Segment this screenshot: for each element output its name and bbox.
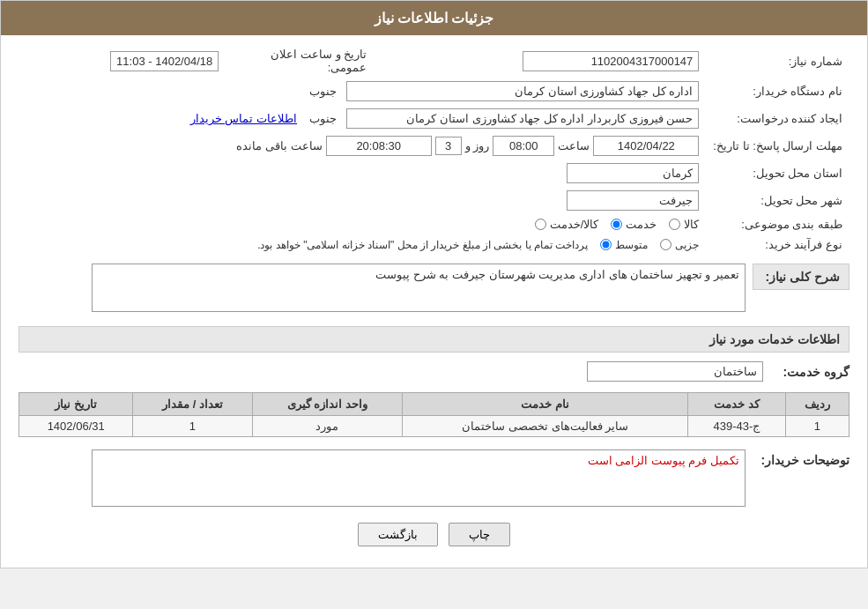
info-table: شماره نیاز: 1102004317000147 تاریخ و ساع… xyxy=(19,44,849,255)
button-row: چاپ بازگشت xyxy=(19,510,849,559)
ijadKonande-label: ایجاد کننده درخواست: xyxy=(706,105,849,132)
page-title: جزئیات اطلاعات نیاز xyxy=(375,11,494,26)
namDastgah-label: نام دستگاه خریدار: xyxy=(706,78,849,105)
tabaqe-label: طبقه بندی موضوعی: xyxy=(706,214,849,234)
shahr-value-cell: جیرفت xyxy=(19,187,706,214)
col-tedad: تعداد / مقدار xyxy=(133,393,252,416)
timeline-row: 1402/04/22 ساعت 08:00 روز و 3 20:08:30 xyxy=(26,136,699,156)
cell-tedad: 1 xyxy=(133,416,252,437)
tozihat-textarea: تکمیل فرم پیوست الزامی است xyxy=(92,449,746,507)
farayand-jozi-radio[interactable] xyxy=(660,239,671,250)
ostan-label: استان محل تحویل: xyxy=(706,160,849,187)
shahr-input: جیرفت xyxy=(567,190,699,211)
table-header-row: ردیف کد خدمت نام خدمت واحد اندازه گیری ت… xyxy=(19,393,849,416)
farayand-option-motavasset[interactable]: متوسط xyxy=(600,239,648,251)
farayand-option-jozi[interactable]: جزیی xyxy=(660,239,699,251)
col-radif: ردیف xyxy=(785,393,849,416)
table-head: ردیف کد خدمت نام خدمت واحد اندازه گیری ت… xyxy=(19,393,849,416)
farayand-proc-row: جزیی متوسط پرداخت تمام یا بخشی از مبلغ خ… xyxy=(26,239,699,251)
shahr-row: شهر محل تحویل: جیرفت xyxy=(19,187,849,214)
mohlat-label: مهلت ارسال پاسخ: تا تاریخ: xyxy=(706,132,849,160)
mohlat-value-cell: 1402/04/22 ساعت 08:00 روز و 3 20:08:30 xyxy=(19,132,706,160)
ijadKonande-input: حسن فیروزی کاربردار اداره کل جهاد کشاورز… xyxy=(346,108,699,129)
tabaqe-kala-radio[interactable] xyxy=(669,219,680,230)
shomareNiaz-input: 1102004317000147 xyxy=(523,51,699,71)
khadamat-section-title: اطلاعات خدمات مورد نیاز xyxy=(19,326,849,353)
sharh-row: شرح کلی نیاز: تعمیر و تجهیز ساختمان های … xyxy=(19,258,849,317)
page-header: جزئیات اطلاعات نیاز xyxy=(1,1,867,35)
ijadKonande-value-cell: حسن فیروزی کاربردار اداره کل جهاد کشاورز… xyxy=(19,105,706,132)
ostan-value-cell: کرمان xyxy=(19,160,706,187)
tabaqe-khedmat-label: خدمت xyxy=(626,218,657,231)
cell-kod: ج-43-439 xyxy=(688,416,785,437)
table-body: 1 ج-43-439 سایر فعالیت‌های تخصصی ساختمان… xyxy=(19,416,849,437)
tabaqe-kala-label: کالا xyxy=(684,218,699,231)
tabaqe-value-cell: کالا خدمت کالا/خدمت xyxy=(19,214,706,234)
back-button[interactable]: بازگشت xyxy=(358,523,438,546)
tozihat-container: توضیحات خریدار: تکمیل فرم پیوست الزامی ا… xyxy=(19,446,849,510)
tarikh-value-cell: 1402/04/18 - 11:03 xyxy=(19,44,226,78)
farayand-value-cell: جزیی متوسط پرداخت تمام یا بخشی از مبلغ خ… xyxy=(19,234,706,255)
tarikh-label: تاریخ و ساعت اعلان عمومی: xyxy=(226,44,384,78)
groh-row: گروه خدمت: ساختمان xyxy=(19,358,849,385)
table-row: 1 ج-43-439 سایر فعالیت‌های تخصصی ساختمان… xyxy=(19,416,849,437)
cell-vahed: مورد xyxy=(252,416,403,437)
mohlat-date-box: 1402/04/22 xyxy=(593,136,699,156)
col-vahed: واحد اندازه گیری xyxy=(252,393,403,416)
namDastgah-input: اداره کل جهاد کشاورزی استان کرمان xyxy=(346,81,699,101)
tarikh-elan-box: 1402/04/18 - 11:03 xyxy=(110,51,219,71)
tabaqe-radio-group: کالا خدمت کالا/خدمت xyxy=(26,218,699,231)
ostan-row: استان محل تحویل: کرمان xyxy=(19,160,849,187)
shahr-label: شهر محل تحویل: xyxy=(706,187,849,214)
col-name: نام خدمت xyxy=(403,393,688,416)
cell-name: سایر فعالیت‌های تخصصی ساختمان xyxy=(403,416,688,437)
farayand-motavasset-label: متوسط xyxy=(615,239,648,251)
time-box: 20:08:30 xyxy=(326,136,432,156)
tabaqe-option-khedmat[interactable]: خدمت xyxy=(611,218,657,231)
groh-label: گروه خدمت: xyxy=(770,365,849,379)
sharh-label: شرح کلی نیاز: xyxy=(753,264,849,290)
roz-label: روز و xyxy=(465,139,490,152)
tozihat-value-container: تکمیل فرم پیوست الزامی است xyxy=(19,449,746,507)
shomareNiaz-value: 1102004317000147 xyxy=(384,44,706,78)
cell-tarikh: 1402/06/31 xyxy=(19,416,133,437)
farayand-row: نوع فرآیند خرید: جزیی متوسط پرداخت تمام … xyxy=(19,234,849,255)
page-wrapper: جزئیات اطلاعات نیاز شماره نیاز: 11020043… xyxy=(0,0,868,568)
main-content: شماره نیاز: 1102004317000147 تاریخ و ساع… xyxy=(1,35,867,568)
sharh-value-container: تعمیر و تجهیز ساختمان های اداری مدیریت ش… xyxy=(19,264,746,312)
baqi-label: ساعت باقی مانده xyxy=(236,139,322,152)
sharh-textarea: تعمیر و تجهیز ساختمان های اداری مدیریت ش… xyxy=(92,264,746,312)
tabaqe-kala-khedmat-radio[interactable] xyxy=(535,219,546,230)
tozihat-value: تکمیل فرم پیوست الزامی است xyxy=(588,454,739,467)
namDastgah-row: نام دستگاه خریدار: اداره کل جهاد کشاورزی… xyxy=(19,78,849,105)
roz-box: 3 xyxy=(435,137,462,155)
shomareNiaz-label: شماره نیاز: xyxy=(706,44,849,78)
saat-box: 08:00 xyxy=(493,136,554,156)
ijadKonande-row: ایجاد کننده درخواست: حسن فیروزی کاربردار… xyxy=(19,105,849,132)
tabaqe-khedmat-radio[interactable] xyxy=(611,219,622,230)
print-button[interactable]: چاپ xyxy=(449,523,510,546)
tabaqe-option-kala[interactable]: کالا xyxy=(669,218,699,231)
saat-label: ساعت xyxy=(558,139,590,152)
tabaqe-kala-khedmat-label: کالا/خدمت xyxy=(550,218,599,231)
mohlat-row: مهلت ارسال پاسخ: تا تاریخ: 1402/04/22 سا… xyxy=(19,132,849,160)
farayand-jozi-label: جزیی xyxy=(675,239,699,251)
ostan-input: کرمان xyxy=(567,163,699,183)
farayand-motavasset-radio[interactable] xyxy=(600,239,612,250)
farayand-text: پرداخت تمام یا بخشی از مبلغ خریدار از مح… xyxy=(257,239,588,251)
shomareNiaz-row: شماره نیاز: 1102004317000147 تاریخ و ساع… xyxy=(19,44,849,78)
col-kod: کد خدمت xyxy=(688,393,785,416)
tabaqe-option-kala-khedmat[interactable]: کالا/خدمت xyxy=(535,218,599,231)
etela-link[interactable]: اطلاعات تماس خریدار xyxy=(190,112,297,125)
col-tarikh: تاریخ نیاز xyxy=(19,393,133,416)
cell-radif: 1 xyxy=(785,416,849,437)
tabaqe-row: طبقه بندی موضوعی: کالا خدمت کالا/خدمت xyxy=(19,214,849,234)
tozihat-label: توضیحات خریدار: xyxy=(753,449,849,467)
namDastgah-value-cell: اداره کل جهاد کشاورزی استان کرمان جنوب xyxy=(19,78,706,105)
groh-input: ساختمان xyxy=(587,361,763,382)
services-table: ردیف کد خدمت نام خدمت واحد اندازه گیری ت… xyxy=(19,392,849,437)
farayand-label: نوع فرآیند خرید: xyxy=(706,234,849,255)
